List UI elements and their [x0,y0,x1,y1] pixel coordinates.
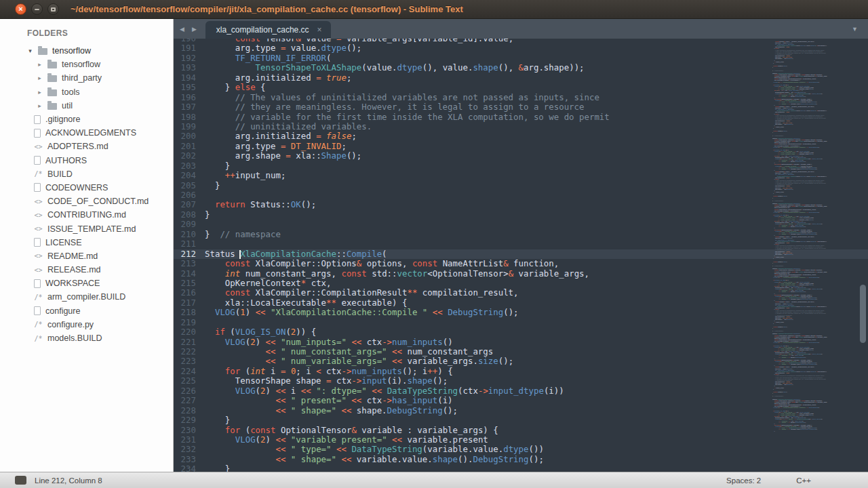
line-number[interactable]: 233 [174,455,205,464]
line-number[interactable]: 207 [174,200,205,209]
nav-back-icon[interactable]: ◀ [180,26,184,33]
line-number[interactable]: 225 [174,376,205,386]
status-context-icon[interactable] [15,476,26,485]
code-line[interactable]: } [205,415,868,425]
window-maximize-button[interactable] [47,3,59,15]
line-number[interactable]: 206 [174,190,205,200]
code-line[interactable]: OpKernelContext* ctx, [205,279,868,288]
code-line[interactable]: // they are meaningless. However, it is … [205,102,868,112]
code-line[interactable]: xla::LocalExecutable** executable) { [205,298,868,308]
code-line[interactable] [205,318,868,327]
code-line[interactable]: for (int i = 0; i < ctx->num_inputs(); i… [205,367,868,376]
line-number[interactable]: 228 [174,406,205,415]
code-line[interactable]: << " shape=" << shape.DebugString(); [205,406,868,415]
line-number[interactable]: 230 [174,426,205,435]
line-number[interactable]: 215 [174,279,205,288]
line-number[interactable]: 216 [174,288,205,298]
code-line[interactable]: VLOG(2) << i << ": dtype=" << DataTypeSt… [205,386,868,396]
line-number[interactable]: 210 [174,230,205,239]
code-line[interactable]: VLOG(2) << "num_inputs=" << ctx->num_inp… [205,338,868,347]
sidebar-file-README.md[interactable]: <>README.md [0,249,173,263]
line-number[interactable]: 223 [174,357,205,366]
code-line[interactable]: if (VLOG_IS_ON(2)) { [205,327,868,337]
sidebar-file-configure[interactable]: configure [0,304,173,318]
indent-setting[interactable]: Spaces: 2 [726,476,761,485]
line-number[interactable]: 213 [174,259,205,268]
line-number[interactable]: 222 [174,347,205,357]
sidebar-folder-tools[interactable]: ▸tools [0,85,173,99]
code-line[interactable]: arg.type = DT_INVALID; [205,142,868,151]
code-line[interactable]: int num_constant_args, const std::vector… [205,269,868,279]
code-line[interactable]: << " shape=" << variable.value.shape().D… [205,455,868,464]
code-line[interactable]: } [205,161,868,171]
line-number[interactable]: 226 [174,386,205,396]
sidebar-file-RELEASE.md[interactable]: <>RELEASE.md [0,263,173,277]
line-number[interactable]: 227 [174,396,205,405]
code-line[interactable]: // uninitialized variables. [205,122,868,131]
line-number[interactable]: 203 [174,161,205,171]
sidebar-file-WORKSPACE[interactable]: WORKSPACE [0,277,173,290]
sidebar-file-CONTRIBUTING.md[interactable]: <>CONTRIBUTING.md [0,208,173,222]
tab-xla-compilation-cache[interactable]: xla_compilation_cache.cc × [205,21,331,39]
code-line[interactable] [205,220,868,229]
code-line[interactable]: arg.initialized = false; [205,131,868,141]
code-pane[interactable]: const Tensor& value = variable_args[vari… [205,39,868,472]
code-line[interactable]: } [205,210,868,220]
code-line[interactable]: << " type=" << DataTypeString(variable.v… [205,445,868,454]
code-line[interactable]: const XlaCompiler::CompilationResult** c… [205,288,868,298]
nav-forward-icon[interactable]: ▶ [192,26,197,33]
code-line[interactable] [205,239,868,249]
line-number[interactable]: 224 [174,367,205,376]
line-number[interactable]: 192 [174,54,205,63]
line-number[interactable]: 214 [174,269,205,279]
editor-body[interactable]: 1901911921931941951961971981992002012022… [174,39,868,472]
code-line[interactable]: } // namespace [205,230,868,239]
code-line[interactable]: // variable for the first time inside th… [205,113,868,122]
line-number[interactable]: 211 [174,239,205,249]
tab-overflow-icon[interactable]: ▼ [852,26,868,33]
sidebar-file-models.BUILD[interactable]: /*models.BUILD [0,331,173,345]
sidebar-file-configure.py[interactable]: /*configure.py [0,318,173,331]
code-line[interactable]: } [772,430,856,432]
sidebar-file-AUTHORS[interactable]: AUTHORS [0,154,173,167]
line-number[interactable]: 199 [174,122,205,131]
line-number[interactable]: 234 [174,464,205,472]
code-line[interactable]: << " num_variable_args=" << variable_arg… [205,357,868,366]
code-line[interactable]: ++input_num; [205,171,868,180]
line-number[interactable]: 232 [174,445,205,454]
line-number[interactable]: 217 [174,298,205,308]
code-line[interactable]: TensorShape shape = ctx->input(i).shape(… [205,376,868,386]
code-line[interactable]: << " num_constant_args=" << num_constant… [205,347,868,357]
line-number-gutter[interactable]: 1901911921931941951961971981992002012022… [174,39,205,472]
tab-close-icon[interactable]: × [317,26,322,34]
sidebar-root-folder[interactable]: ▾ tensorflow [0,44,173,58]
code-line[interactable]: Status XlaCompilationCache::Compile( [205,249,868,259]
code-line[interactable]: arg.shape = xla::Shape(); [205,151,868,161]
line-number[interactable]: 200 [174,131,205,141]
code-line[interactable]: for (const OptionalTensor& variable : va… [205,426,868,435]
line-number[interactable]: 201 [174,142,205,151]
code-line[interactable]: arg.type = value.dtype(); [205,43,868,53]
window-close-button[interactable]: × [15,3,26,15]
minimap[interactable]: const Tensor& value = variable_args[vari… [772,41,856,470]
code-line[interactable]: TF_RETURN_IF_ERROR( [205,54,868,63]
line-number[interactable]: 209 [174,220,205,229]
syntax-setting[interactable]: C++ [796,476,811,485]
code-line[interactable]: const XlaCompiler::Options& options, con… [205,259,868,268]
line-number[interactable]: 196 [174,93,205,102]
window-minimize-button[interactable] [31,3,43,15]
sidebar-file-CODEOWNERS[interactable]: CODEOWNERS [0,181,173,195]
sidebar-file-ISSUE_TEMPLATE.md[interactable]: <>ISSUE_TEMPLATE.md [0,222,173,235]
code-line[interactable]: } else { [205,83,868,92]
line-number[interactable]: 202 [174,151,205,161]
code-line[interactable]: << " present=" << ctx->has_input(i) [205,396,868,405]
line-number[interactable]: 220 [174,327,205,337]
code-line[interactable]: // The values of uninitialized variables… [205,93,868,102]
sidebar-folder-tensorflow[interactable]: ▸tensorflow [0,58,173,71]
line-number[interactable]: 208 [174,210,205,220]
sidebar-file-.gitignore[interactable]: .gitignore [0,113,173,126]
sidebar-file-ADOPTERS.md[interactable]: <>ADOPTERS.md [0,140,173,153]
code-line[interactable]: VLOG(1) << "XlaCompilationCache::Compile… [205,308,868,317]
code-line[interactable]: VLOG(2) << "variable present=" << variab… [205,435,868,445]
line-number[interactable]: 205 [174,181,205,190]
